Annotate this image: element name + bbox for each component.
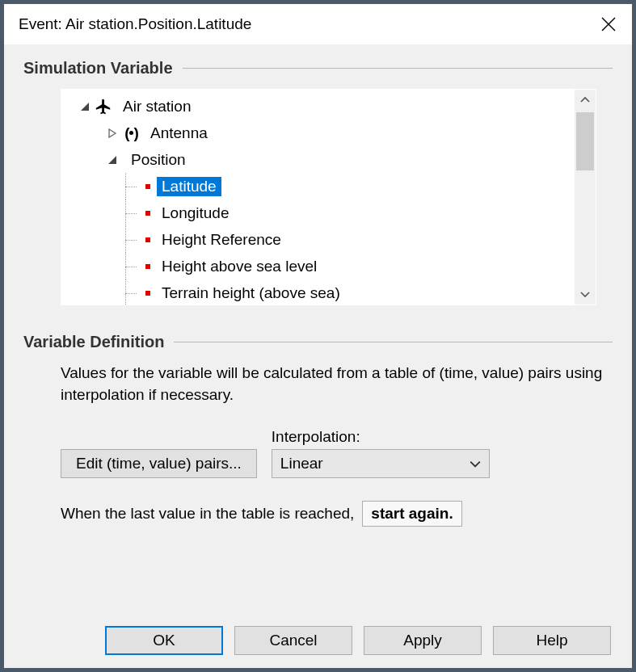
- ok-button[interactable]: OK: [105, 626, 223, 655]
- section-header-simvar: Simulation Variable: [23, 59, 613, 78]
- tree-leaf-latitude[interactable]: Latitude: [61, 173, 575, 200]
- property-icon: [145, 237, 150, 242]
- tree-leaf-height-reference[interactable]: Height Reference: [61, 226, 575, 253]
- cancel-button[interactable]: Cancel: [234, 626, 352, 655]
- tree-leaf-height-sea[interactable]: Height above sea level: [61, 253, 575, 279]
- antenna-icon: (): [121, 124, 141, 143]
- section-title: Simulation Variable: [23, 59, 173, 78]
- divider: [174, 342, 613, 342]
- tree-label: Latitude: [157, 177, 221, 196]
- tree-label: Antenna: [145, 124, 213, 143]
- last-value-text: When the last value in the table is reac…: [61, 505, 354, 523]
- window-title: Event: Air station.Position.Latitude: [19, 15, 592, 33]
- tree-node-position[interactable]: Position: [61, 146, 575, 173]
- scroll-down-icon[interactable]: [575, 284, 596, 304]
- scroll-thumb[interactable]: [576, 112, 594, 170]
- property-icon: [145, 291, 150, 296]
- tree-node-air-station[interactable]: Air station: [61, 93, 575, 120]
- section-title: Variable Definition: [23, 333, 164, 351]
- event-dialog: Event: Air station.Position.Latitude Sim…: [3, 3, 633, 669]
- apply-button[interactable]: Apply: [364, 626, 482, 655]
- tree-label: Air station: [118, 97, 196, 116]
- dialog-buttons: OK Cancel Apply Help: [23, 595, 613, 655]
- scroll-up-icon[interactable]: [575, 90, 596, 111]
- tree-label: Height Reference: [157, 230, 286, 250]
- section-header-vardef: Variable Definition: [23, 333, 613, 351]
- scrollbar[interactable]: [575, 90, 596, 304]
- titlebar: Event: Air station.Position.Latitude: [4, 4, 632, 44]
- chevron-down-icon: [470, 458, 481, 469]
- interpolation-select[interactable]: Linear: [272, 449, 490, 478]
- edit-pairs-button[interactable]: Edit (time, value) pairs...: [61, 449, 257, 478]
- expander-open-icon[interactable]: [78, 99, 92, 114]
- dialog-body: Simulation Variable Air station: [4, 44, 632, 668]
- property-icon: [145, 211, 150, 216]
- expander-closed-icon[interactable]: [105, 126, 120, 141]
- interpolation-value: Linear: [280, 455, 323, 472]
- interpolation-label: Interpolation:: [272, 428, 490, 446]
- property-icon: [145, 264, 150, 269]
- tree-viewport: Air station () Antenna Positi: [61, 90, 575, 304]
- expander-open-icon[interactable]: [105, 153, 120, 167]
- help-button[interactable]: Help: [493, 626, 611, 655]
- property-icon: [145, 184, 150, 189]
- tree-leaf-longitude[interactable]: Longitude: [61, 200, 575, 226]
- tree-label: Longitude: [157, 204, 234, 223]
- close-button[interactable]: [592, 7, 625, 41]
- last-value-action-button[interactable]: start again.: [362, 501, 461, 527]
- divider: [183, 68, 613, 69]
- tree-label: Position: [126, 150, 191, 170]
- close-icon: [601, 17, 616, 32]
- definition-description: Values for the variable will be calculat…: [61, 363, 609, 405]
- tree-label: Terrain height (above sea): [157, 284, 345, 303]
- tree-node-antenna[interactable]: () Antenna: [61, 120, 575, 146]
- variable-definition-section: Variable Definition Values for the varia…: [23, 333, 613, 527]
- airplane-icon: [94, 97, 113, 116]
- variable-tree[interactable]: Air station () Antenna Positi: [61, 89, 596, 305]
- tree-leaf-terrain[interactable]: Terrain height (above sea): [61, 279, 575, 304]
- tree-label: Height above sea level: [157, 257, 322, 276]
